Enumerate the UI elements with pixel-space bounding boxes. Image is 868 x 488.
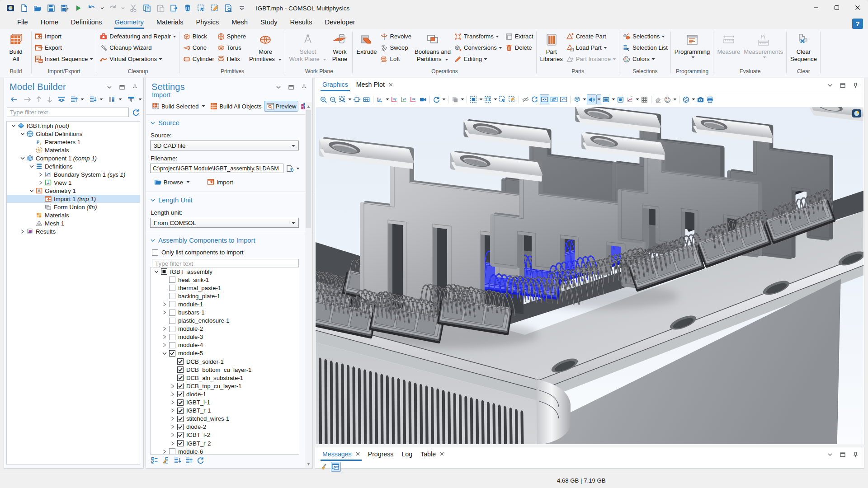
checkbox-off[interactable] [169, 448, 175, 455]
scroll-down-arrow[interactable]: ▼ [305, 460, 312, 467]
refresh-icon[interactable] [196, 456, 205, 465]
close-button[interactable] [847, 0, 868, 15]
move-up-icon[interactable] [34, 95, 44, 104]
file-location-icon[interactable] [286, 164, 295, 173]
messages-pin-icon[interactable] [852, 451, 859, 458]
ribbon-button-measurements[interactable]: PiMeasurements [742, 31, 785, 60]
sound-icon[interactable] [587, 94, 596, 104]
plot-axis-icon[interactable] [625, 94, 635, 104]
view-xz-icon[interactable]: xz [409, 94, 418, 104]
assembly-item-dcb-top-cu-layer-1[interactable]: DCB_top_cu_layer-1 [151, 382, 299, 390]
tree-item-view-1[interactable]: View 1 [7, 178, 140, 187]
expand-arrow-icon[interactable] [169, 400, 176, 404]
assembly-item-igbt-l-1[interactable]: IGBT_l-1 [151, 399, 299, 407]
ribbon-button-booleans-and-partitions[interactable]: Booleans andPartitions [413, 31, 453, 64]
axis-icon[interactable] [375, 94, 385, 104]
build-selected-button[interactable]: Build Selected [150, 101, 208, 112]
ribbon-button-part-instance[interactable]: Part Instance [565, 53, 618, 65]
scene-icon[interactable] [601, 94, 611, 104]
menu-tab-physics[interactable]: Physics [190, 17, 226, 28]
columns-icon[interactable] [106, 95, 117, 104]
ribbon-button-programming[interactable]: Programming [673, 31, 712, 60]
ribbon-button-export[interactable]: Export [33, 42, 94, 53]
undo-icon[interactable] [85, 2, 99, 14]
graphics-chevron-down-icon[interactable] [827, 82, 833, 89]
new-icon[interactable] [17, 2, 31, 14]
menu-tab-results[interactable]: Results [284, 17, 319, 28]
checkbox-on[interactable] [177, 358, 184, 365]
assembly-item-igbt-assembly[interactable]: IGBT_assembly [151, 267, 299, 276]
ribbon-button-defeaturing-and-repair[interactable]: Defeaturing and Repair [98, 31, 177, 42]
tree-item-import-1[interactable]: Import 1 (imp 1) [7, 195, 140, 203]
ribbon-button-extrude[interactable]: Extrude [354, 31, 378, 56]
expand-arrow-icon[interactable] [160, 335, 168, 339]
checkbox-on[interactable] [177, 383, 184, 389]
checkbox-off[interactable] [169, 334, 175, 340]
grid-table-icon[interactable] [640, 94, 649, 104]
assembly-item-igbt-l-2[interactable]: IGBT_l-2 [151, 431, 299, 439]
duplicate-icon[interactable] [167, 2, 181, 14]
ribbon-button-clear-sequence[interactable]: ClearSequence [788, 31, 819, 64]
assembly-item-busbars-1[interactable]: busbars-1 [151, 308, 299, 316]
assembly-item-plastic-enclosure-1[interactable]: plastic_enclosure-1 [151, 317, 299, 325]
appearance-icon[interactable] [450, 94, 460, 104]
checkbox-off[interactable] [169, 326, 175, 332]
tree-item-form-union[interactable]: Form Union (fin) [7, 203, 140, 211]
assembly-item-backing-plate-1[interactable]: backing_plate-1 [151, 292, 299, 300]
ribbon-button-part-libraries[interactable]: PartLibraries [538, 31, 565, 64]
move-down-icon[interactable] [45, 95, 55, 104]
uncheck-all-icon[interactable] [162, 456, 170, 465]
expand-arrow-icon[interactable] [19, 230, 26, 234]
appearance-dropdown-icon[interactable] [460, 94, 465, 104]
checkbox-off[interactable] [169, 342, 175, 348]
show-sel-icon[interactable] [540, 94, 549, 104]
select-all-icon[interactable] [469, 94, 478, 104]
show-icon[interactable] [56, 95, 67, 104]
settings-chevron-down-icon[interactable] [275, 84, 282, 90]
expand-arrow-icon[interactable] [169, 433, 176, 437]
collapse-up-dd-icon[interactable] [80, 95, 86, 104]
ribbon-button-selections[interactable]: Selections [621, 31, 669, 42]
checkbox-on[interactable] [177, 432, 184, 438]
tree-item-boundary-system-1[interactable]: Boundary System 1 (sys 1) [7, 170, 140, 178]
messages-tab-progress[interactable]: Progress [366, 448, 396, 461]
tree-item-materials[interactable]: Materials [7, 146, 140, 154]
select-box-icon[interactable] [483, 94, 493, 104]
expand-arrow-icon[interactable] [160, 302, 168, 306]
ribbon-button-conversions[interactable]: Conversions [453, 42, 504, 53]
collapse-arrow-icon[interactable] [9, 124, 17, 127]
assembly-item-dcb-aln-substrate-1[interactable]: DCB_aln_substrate-1 [151, 374, 299, 382]
shutter-dropdown-icon[interactable] [691, 94, 696, 104]
zoom-out-icon[interactable] [328, 94, 338, 104]
ribbon-button-helix[interactable]: Helix [216, 53, 247, 65]
save-icon[interactable] [44, 2, 58, 14]
filename-input[interactable]: C:\project\IGBT Module\IGBT_assembly.SLD… [150, 164, 283, 173]
rotate-dropdown-icon[interactable] [441, 94, 446, 104]
collapse-arrow-icon[interactable] [160, 352, 168, 355]
zoom-box-icon[interactable] [338, 94, 347, 104]
expand-arrow-icon[interactable] [160, 327, 168, 331]
forward-icon[interactable] [21, 95, 33, 104]
filter-icon[interactable] [125, 95, 137, 104]
source-select[interactable]: 3D CAD file [150, 141, 299, 150]
menu-tab-home[interactable]: Home [34, 17, 65, 28]
ribbon-button-sweep[interactable]: Sweep [379, 42, 413, 53]
filename-dropdown-icon[interactable] [296, 167, 300, 170]
deselect-broom-icon[interactable] [507, 94, 517, 104]
ribbon-button-measure[interactable]: Measure [715, 31, 742, 56]
ribbon-button-work-plane[interactable]: WorkPlane [328, 31, 351, 64]
checkbox-on[interactable] [177, 375, 184, 381]
redo-icon[interactable] [106, 2, 119, 14]
expand-arrow-icon[interactable] [169, 441, 176, 446]
assembly-item-module-3[interactable]: module-3 [151, 333, 299, 341]
ribbon-button-transforms[interactable]: Transforms [453, 31, 504, 42]
ribbon-button-extract[interactable]: Extract [504, 31, 535, 42]
collapse-up-icon[interactable] [68, 95, 79, 104]
assembly-item-igbt-r-2[interactable]: IGBT_r-2 [151, 439, 299, 447]
expand-arrow-icon[interactable] [169, 408, 176, 413]
ribbon-button-cone[interactable]: Cone [181, 42, 216, 53]
collapse-arrow-icon[interactable] [19, 132, 26, 136]
shutter-icon[interactable] [681, 94, 691, 104]
auto-open-icon[interactable] [331, 462, 341, 472]
assembly-item-module-5[interactable]: module-5 [151, 349, 299, 357]
